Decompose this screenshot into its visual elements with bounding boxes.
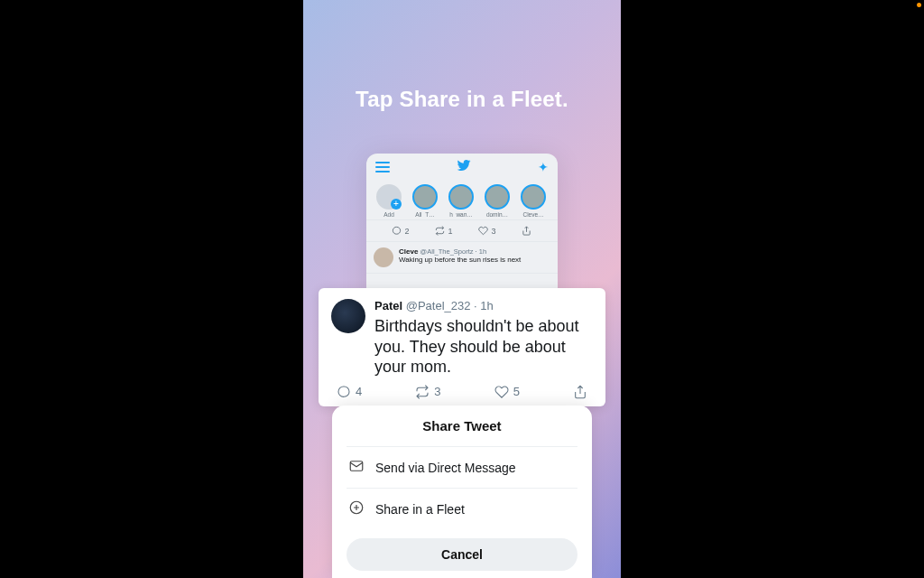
gradient-panel: Tap Share in a Fleet. ✦ Add All_T… h_wan… (303, 0, 621, 578)
sheet-item-label: Share in a Fleet (375, 502, 465, 517)
reply-action[interactable]: 4 (337, 385, 362, 399)
hero-header: Patel @Patel_232 · 1h (374, 299, 593, 312)
hero-actions: 4 3 5 (331, 378, 593, 399)
tweet-actions-row: 2 1 3 (366, 219, 558, 242)
fleet-ring-add[interactable]: Add (374, 184, 404, 218)
feed-meta: @All_The_Sportz · 1h (420, 247, 487, 256)
headline-text: Tap Share in a Fleet. (303, 87, 621, 112)
hamburger-icon[interactable] (375, 162, 390, 172)
like-action[interactable]: 3 (478, 226, 495, 236)
hero-tweet-card[interactable]: Patel @Patel_232 · 1h Birthdays shouldn'… (319, 288, 605, 406)
share-sheet: Share Tweet Send via Direct Message Shar… (332, 406, 592, 578)
retweet-action[interactable]: 1 (435, 226, 452, 236)
stage: Tap Share in a Fleet. ✦ Add All_T… h_wan… (0, 0, 924, 578)
avatar (374, 247, 393, 267)
fleet-ring-item[interactable]: All_T… (410, 184, 440, 218)
fleet-ring-item[interactable]: Cleve… (518, 184, 549, 218)
avatar (331, 299, 365, 333)
plus-circle-icon (348, 499, 365, 518)
fleet-ring-item[interactable]: h_wan… (446, 184, 476, 218)
sheet-title: Share Tweet (346, 418, 578, 434)
feed-text: Waking up before the sun rises is next (399, 256, 521, 264)
sheet-item-fleet[interactable]: Share in a Fleet (346, 488, 578, 529)
reply-action[interactable]: 2 (392, 226, 409, 236)
twitter-bird-icon (457, 158, 471, 176)
envelope-icon (348, 458, 365, 477)
svg-rect-0 (350, 461, 363, 471)
sheet-item-label: Send via Direct Message (375, 461, 516, 475)
share-action[interactable] (522, 226, 531, 236)
feed-name: Cleve (399, 247, 418, 256)
twitter-top-bar: ✦ (366, 154, 558, 181)
fleet-ring-item[interactable]: domin… (482, 184, 513, 218)
share-action[interactable] (573, 385, 587, 399)
like-action[interactable]: 5 (494, 385, 520, 399)
retweet-action[interactable]: 3 (415, 385, 440, 399)
fleet-ring-row: Add All_T… h_wan… domin… Cleve… (366, 181, 558, 219)
sparkle-icon[interactable]: ✦ (538, 160, 549, 174)
sheet-item-dm[interactable]: Send via Direct Message (346, 446, 578, 488)
hero-body-text: Birthdays shouldn't be about you. They s… (374, 316, 593, 378)
feed-tweet[interactable]: Cleve @All_The_Sportz · 1h Waking up bef… (366, 242, 558, 274)
recording-indicator-dot (917, 3, 921, 7)
cancel-button[interactable]: Cancel (346, 538, 578, 571)
